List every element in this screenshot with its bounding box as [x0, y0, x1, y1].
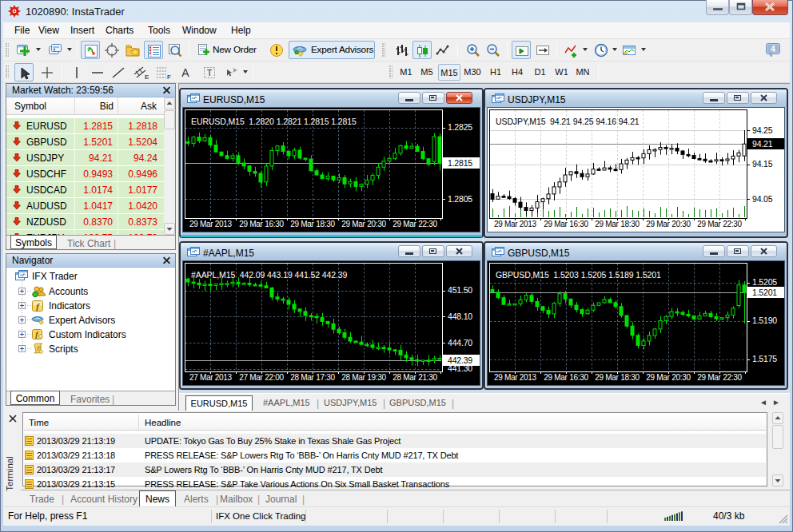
svg-text:448.10: 448.10	[448, 312, 472, 321]
svg-text:29 Mar 2013: 29 Mar 2013	[189, 220, 233, 228]
svg-text:28 Mar 21:30: 28 Mar 21:30	[393, 373, 437, 382]
svg-text:441.30: 441.30	[448, 363, 472, 373]
svg-text:E: E	[145, 73, 149, 81]
svg-text:29 Mar 22:30: 29 Mar 22:30	[697, 373, 742, 382]
svg-text:29 Mar 2013: 29 Mar 2013	[494, 220, 537, 228]
svg-text:451.50: 451.50	[448, 285, 472, 295]
svg-text:94.05: 94.05	[752, 194, 773, 204]
svg-text:29 Mar 16:30: 29 Mar 16:30	[544, 220, 588, 228]
svg-text:1.2805: 1.2805	[448, 194, 472, 204]
svg-text:29 Mar 20:30: 29 Mar 20:30	[646, 373, 691, 382]
svg-text:T: T	[207, 68, 213, 77]
svg-text:444.70: 444.70	[448, 338, 472, 347]
svg-text:4: 4	[771, 45, 775, 54]
svg-text:29 Mar 22:30: 29 Mar 22:30	[697, 220, 742, 228]
svg-text:29 Mar 18:30: 29 Mar 18:30	[290, 220, 335, 228]
svg-text:1.2815: 1.2815	[448, 158, 472, 168]
svg-text:F: F	[167, 73, 171, 81]
svg-text:29 Mar 20:30: 29 Mar 20:30	[646, 220, 691, 228]
svg-text:USDJPY,M15 94.21 94.25 94.16: USDJPY,M15 94.21 94.25 94.16 94.21	[496, 117, 640, 126]
svg-text:29 Mar 16:30: 29 Mar 16:30	[544, 373, 588, 382]
svg-text:GBPUSD,M15 1.5203 1.5205 1.51: GBPUSD,M15 1.5203 1.5205 1.5189 1.5201	[496, 270, 661, 280]
svg-text:29 Mar 2013: 29 Mar 2013	[494, 373, 537, 382]
svg-text:28 Mar 17:30: 28 Mar 17:30	[290, 373, 335, 382]
svg-text:29 Mar 22:30: 29 Mar 22:30	[393, 220, 437, 228]
svg-text:#AAPL,M15 442.09 443.19 441.5: #AAPL,M15 442.09 443.19 441.52 442.39	[191, 270, 348, 280]
svg-text:1.5175: 1.5175	[752, 354, 777, 363]
svg-text:1.5190: 1.5190	[752, 316, 777, 325]
svg-text:27 Mar 22:00: 27 Mar 22:00	[239, 373, 284, 382]
svg-text:94.15: 94.15	[752, 159, 773, 169]
svg-text:29 Mar 18:30: 29 Mar 18:30	[595, 373, 640, 382]
svg-text:1.2825: 1.2825	[448, 122, 472, 132]
svg-text:29 Mar 18:30: 29 Mar 18:30	[595, 220, 640, 228]
svg-text:27 Mar 2013: 27 Mar 2013	[189, 373, 233, 382]
svg-text:29 Mar 16:30: 29 Mar 16:30	[239, 220, 284, 228]
svg-text:29 Mar 20:30: 29 Mar 20:30	[341, 220, 386, 228]
svg-text:EURUSD,M15 1.2820 1.2821 1.28: EURUSD,M15 1.2820 1.2821 1.2815 1.2815	[191, 117, 357, 126]
svg-text:Terminal: Terminal	[5, 456, 14, 490]
svg-text:1.5205: 1.5205	[752, 277, 777, 287]
svg-text:A: A	[181, 66, 189, 79]
svg-text:94.25: 94.25	[752, 125, 773, 135]
svg-text:28 Mar 19:30: 28 Mar 19:30	[341, 373, 386, 382]
svg-text:94.21: 94.21	[752, 139, 773, 149]
svg-text:1.5201: 1.5201	[752, 288, 777, 297]
